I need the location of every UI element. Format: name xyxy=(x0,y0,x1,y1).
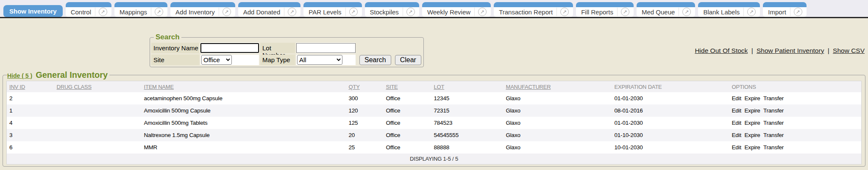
site-label: Site xyxy=(151,55,199,65)
tab-blank-labels[interactable]: Blank Labels ↗ xyxy=(698,2,760,17)
tab-mappings[interactable]: Mappings ↗ xyxy=(114,2,167,17)
table-row: 1 Amoxicillin 500mg Capsule 120 Office 7… xyxy=(7,104,862,117)
external-link-icon[interactable]: ↗ xyxy=(349,8,358,16)
col-header-qty[interactable]: QTY xyxy=(346,81,384,93)
tab-show-inventory[interactable]: Show Inventory xyxy=(3,5,63,17)
tab-label: Import xyxy=(768,8,786,16)
tab-add-donated[interactable]: Add Donated ↗ xyxy=(238,2,301,17)
expire-link[interactable]: Expire xyxy=(745,120,760,126)
col-header-lot[interactable]: LOT xyxy=(431,81,504,93)
site-cell: Office xyxy=(200,55,259,65)
tab-stockpiles[interactable]: Stockpiles ↗ xyxy=(365,2,419,17)
map-type-label: Map Type xyxy=(260,55,295,65)
search-buttons-cell: Search Clear xyxy=(357,55,421,65)
tab-transaction-report[interactable]: Transaction Report ↗ xyxy=(494,2,573,17)
cell-item-name: Naltrexone 1.5mg Capsule xyxy=(142,129,346,141)
expire-link[interactable]: Expire xyxy=(745,95,760,101)
inventory-name-cell xyxy=(200,43,259,53)
col-header-manufacturer[interactable]: MANUFACTURER xyxy=(504,81,612,93)
clear-button[interactable]: Clear xyxy=(395,55,421,65)
col-header-expiration-date: EXPIRATION DATE xyxy=(612,81,729,93)
transfer-link[interactable]: Transfer xyxy=(763,120,784,126)
link-separator: | xyxy=(828,47,829,54)
external-link-icon[interactable]: ↗ xyxy=(478,8,487,16)
col-header-options: OPTIONS xyxy=(729,81,862,93)
cell-manufacturer: Glaxo xyxy=(504,92,612,104)
lot-number-input[interactable] xyxy=(296,43,356,53)
tab-fill-reports[interactable]: Fill Reports ↗ xyxy=(576,2,634,17)
cell-lot: 72315 xyxy=(431,104,504,117)
col-header-drug-class[interactable]: DRUG CLASS xyxy=(54,81,142,93)
cell-options: Edit Expire Transfer xyxy=(729,104,862,117)
col-header-inv-id[interactable]: INV ID xyxy=(7,81,54,93)
tab-external-area[interactable]: ↗ xyxy=(790,8,802,16)
cell-lot: 54545555 xyxy=(431,129,504,141)
external-link-icon[interactable]: ↗ xyxy=(288,8,296,16)
tab-label: Weekly Review xyxy=(427,8,470,16)
cell-lot: 784523 xyxy=(431,117,504,129)
map-type-select[interactable]: All xyxy=(297,55,342,65)
tab-external-area[interactable]: ↗ xyxy=(617,8,629,16)
site-select[interactable]: Office xyxy=(201,55,232,65)
search-button[interactable]: Search xyxy=(359,55,391,65)
inventory-name-input[interactable] xyxy=(200,43,259,53)
cell-item-name: acetaminophen 500mg Capsule xyxy=(142,92,346,104)
external-link-icon[interactable]: ↗ xyxy=(155,8,163,16)
external-link-icon[interactable]: ↗ xyxy=(682,8,691,16)
transfer-link[interactable]: Transfer xyxy=(763,144,784,151)
cell-inv-id: 2 xyxy=(7,92,54,104)
spacer-cell xyxy=(357,43,421,53)
external-link-icon[interactable]: ↗ xyxy=(223,8,231,16)
col-header-item-name[interactable]: ITEM NAME xyxy=(142,81,346,93)
tab-par-levels[interactable]: PAR Levels ↗ xyxy=(303,2,362,17)
col-header-site[interactable]: SITE xyxy=(384,81,431,93)
cell-qty: 125 xyxy=(346,117,384,129)
table-footer-row: DISPLAYING 1-5 / 5 xyxy=(7,154,862,165)
expire-link[interactable]: Expire xyxy=(745,144,760,151)
tab-weekly-review[interactable]: Weekly Review ↗ xyxy=(422,2,491,17)
tab-external-area[interactable]: ↗ xyxy=(474,8,487,16)
expire-link[interactable]: Expire xyxy=(745,132,760,138)
tab-med-queue[interactable]: Med Queue ↗ xyxy=(637,2,695,17)
tab-external-area[interactable]: ↗ xyxy=(345,8,358,16)
tab-external-area[interactable]: ↗ xyxy=(151,8,163,16)
tab-add-inventory[interactable]: Add Inventory ↗ xyxy=(170,2,235,17)
show-patient-inventory-link[interactable]: Show Patient Inventory xyxy=(757,47,824,54)
cell-expiration-date: 01-10-2030 xyxy=(612,129,729,141)
cell-item-name: Amoxicillin 500mg Tablets xyxy=(142,117,346,129)
external-link-icon[interactable]: ↗ xyxy=(99,8,107,16)
edit-link[interactable]: Edit xyxy=(732,107,741,114)
transfer-link[interactable]: Transfer xyxy=(763,95,784,101)
edit-link[interactable]: Edit xyxy=(732,144,741,151)
paging-status: DISPLAYING 1-5 / 5 xyxy=(7,154,862,165)
tab-external-area[interactable]: ↗ xyxy=(95,8,107,16)
external-link-icon[interactable]: ↗ xyxy=(406,8,415,16)
external-link-icon[interactable]: ↗ xyxy=(747,8,756,16)
tab-external-area[interactable]: ↗ xyxy=(743,8,756,16)
table-row: 4 Amoxicillin 500mg Tablets 125 Office 7… xyxy=(7,117,862,129)
cell-site: Office xyxy=(384,104,431,117)
expire-link[interactable]: Expire xyxy=(745,107,760,114)
hide-count-link[interactable]: Hide ( 5 ) xyxy=(7,72,32,79)
tab-external-area[interactable]: ↗ xyxy=(219,8,231,16)
tab-label: Stockpiles xyxy=(370,8,399,16)
external-link-icon[interactable]: ↗ xyxy=(794,8,802,16)
table-row: 6 MMR 25 Office 88888 Glaxo 10-01-2030 E… xyxy=(7,141,862,154)
tab-external-area[interactable]: ↗ xyxy=(679,8,691,16)
tab-control[interactable]: Control ↗ xyxy=(66,2,111,17)
hide-out-of-stock-link[interactable]: Hide Out Of Stock xyxy=(695,47,748,54)
tab-external-area[interactable]: ↗ xyxy=(556,8,569,16)
transfer-link[interactable]: Transfer xyxy=(763,107,784,114)
tab-import[interactable]: Import ↗ xyxy=(763,2,807,17)
cell-site: Office xyxy=(384,141,431,154)
tab-external-area[interactable]: ↗ xyxy=(403,8,415,16)
map-type-cell: All xyxy=(296,55,356,65)
edit-link[interactable]: Edit xyxy=(732,132,741,138)
external-link-icon[interactable]: ↗ xyxy=(621,8,629,16)
tab-external-area[interactable]: ↗ xyxy=(284,8,296,16)
show-csv-link[interactable]: Show CSV xyxy=(833,47,865,54)
transfer-link[interactable]: Transfer xyxy=(763,132,784,138)
external-link-icon[interactable]: ↗ xyxy=(560,8,569,16)
edit-link[interactable]: Edit xyxy=(732,120,741,126)
edit-link[interactable]: Edit xyxy=(732,95,741,101)
